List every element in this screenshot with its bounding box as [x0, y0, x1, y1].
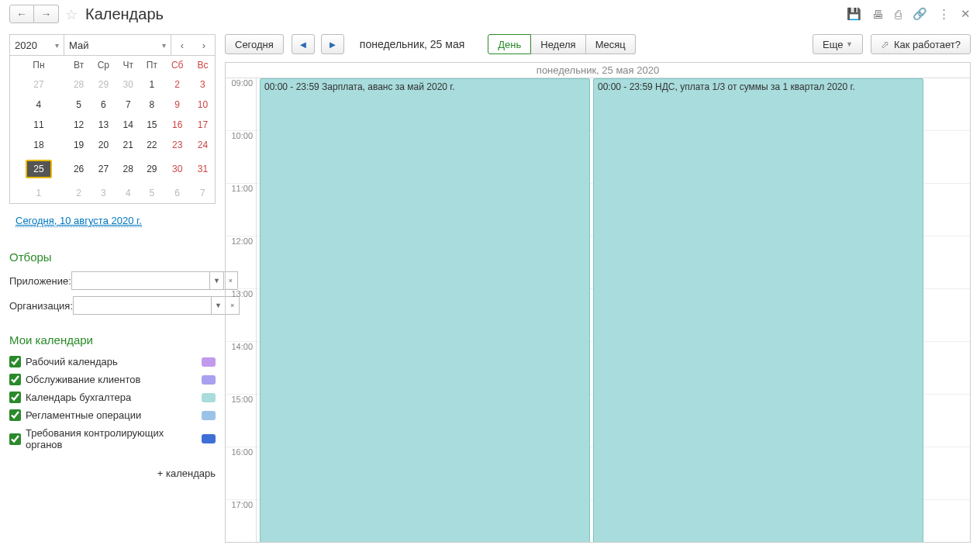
more-button[interactable]: Еще ▼	[813, 34, 863, 54]
calendar-day[interactable]: 28	[116, 155, 140, 183]
add-calendar-link[interactable]: + календарь	[9, 467, 216, 479]
back-button[interactable]: ←	[9, 5, 34, 23]
day-header: Ср	[90, 56, 116, 74]
calendar-day[interactable]: 20	[90, 135, 116, 155]
time-label: 10:00	[226, 131, 256, 184]
prev-month-button[interactable]: ‹	[171, 35, 193, 55]
calendar-day[interactable]: 1	[10, 183, 67, 203]
calendar-day[interactable]: 7	[191, 183, 215, 203]
close-icon[interactable]: ✕	[961, 7, 971, 21]
link-icon[interactable]: 🔗	[913, 7, 927, 21]
save-icon[interactable]: 💾	[847, 7, 861, 21]
star-icon[interactable]: ☆	[65, 6, 81, 22]
org-filter-combo[interactable]: ▼ ×	[73, 296, 240, 315]
calendar-day[interactable]: 6	[164, 183, 191, 203]
calendar-day[interactable]: 8	[140, 95, 164, 115]
calendar-day[interactable]: 6	[90, 95, 116, 115]
day-heading: понедельник, 25 мая 2020	[226, 63, 970, 78]
app-filter-dropdown[interactable]: ▼	[209, 272, 223, 289]
next-month-button[interactable]: ›	[193, 35, 215, 55]
calendar-day[interactable]: 11	[10, 115, 67, 135]
calendar-day[interactable]: 31	[191, 155, 215, 183]
time-label: 15:00	[226, 395, 256, 447]
color-chip	[202, 411, 216, 420]
view-month-button[interactable]: Месяц	[586, 34, 636, 54]
calendar-day[interactable]: 19	[67, 135, 91, 155]
forward-button[interactable]: →	[34, 5, 59, 23]
calendar-day[interactable]: 25	[10, 155, 67, 183]
preview-icon[interactable]: ⎙	[895, 8, 902, 21]
toolbar: Сегодня ◄ ► понедельник, 25 мая День Нед…	[225, 34, 971, 54]
calendar-checkbox[interactable]	[9, 356, 21, 367]
time-label: 13:00	[226, 289, 256, 342]
calendar-day[interactable]: 1	[140, 74, 164, 95]
calendar-event[interactable]: 00:00 - 23:59 Зарплата, аванс за май 202…	[260, 78, 590, 543]
calendar-day[interactable]: 16	[164, 115, 191, 135]
calendar-day[interactable]: 17	[191, 115, 215, 135]
view-week-button[interactable]: Неделя	[531, 34, 585, 54]
calendar-day[interactable]: 3	[90, 183, 116, 203]
color-chip	[202, 434, 216, 443]
app-filter-combo[interactable]: ▼ ×	[71, 271, 238, 290]
help-button[interactable]: ⬀Как работает?	[871, 34, 971, 54]
calendar-day[interactable]: 3	[191, 74, 215, 95]
org-filter-label: Организация:	[9, 300, 73, 312]
calendar-event[interactable]: 00:00 - 23:59 НДС, уплата 1/3 от суммы з…	[593, 78, 923, 543]
today-button[interactable]: Сегодня	[225, 34, 284, 54]
calendar-day[interactable]: 4	[116, 183, 140, 203]
calendar-day[interactable]: 29	[140, 155, 164, 183]
org-filter-input[interactable]	[74, 297, 211, 314]
today-link[interactable]: Сегодня, 10 августа 2020 г.	[16, 215, 142, 227]
calendar-day[interactable]: 23	[164, 135, 191, 155]
calendar-day[interactable]: 30	[164, 155, 191, 183]
calendar-checkbox[interactable]	[9, 392, 21, 403]
calendar-day[interactable]: 2	[164, 74, 191, 95]
view-day-button[interactable]: День	[488, 34, 531, 54]
calendar-day[interactable]: 22	[140, 135, 164, 155]
calendar-day[interactable]: 5	[67, 95, 91, 115]
calendar-day[interactable]: 27	[90, 155, 116, 183]
calendar-day[interactable]: 28	[67, 74, 91, 95]
calendar-item[interactable]: Рабочий календарь	[9, 353, 216, 371]
calendar-day[interactable]: 9	[164, 95, 191, 115]
calendar-day[interactable]: 26	[67, 155, 91, 183]
calendar-day[interactable]: 30	[116, 74, 140, 95]
calendar-day[interactable]: 7	[116, 95, 140, 115]
time-label: 11:00	[226, 184, 256, 236]
calendar-day[interactable]: 4	[10, 95, 67, 115]
more-icon[interactable]: ⋮	[938, 7, 950, 21]
color-chip	[202, 393, 216, 402]
calendar-checkbox[interactable]	[9, 433, 21, 445]
calendar-day[interactable]: 21	[116, 135, 140, 155]
app-filter-input[interactable]	[72, 272, 209, 289]
calendar-item[interactable]: Требования контролирующих органов	[9, 424, 216, 454]
print-icon[interactable]: 🖶	[872, 8, 884, 21]
calendar-day[interactable]: 15	[140, 115, 164, 135]
calendar-day[interactable]: 12	[67, 115, 91, 135]
mini-calendar[interactable]: ПнВтСрЧтПтСбВс27282930123456789101112131…	[9, 56, 216, 204]
calendar-view[interactable]: понедельник, 25 мая 2020 09:0010:0011:00…	[225, 62, 971, 543]
calendar-item[interactable]: Обслуживание клиентов	[9, 371, 216, 388]
calendar-label: Календарь бухгалтера	[26, 392, 202, 403]
calendar-day[interactable]: 14	[116, 115, 140, 135]
current-date-text: понедельник, 25 мая	[360, 38, 464, 50]
calendar-label: Требования контролирующих органов	[26, 427, 202, 450]
calendar-day[interactable]: 13	[90, 115, 116, 135]
calendar-day[interactable]: 24	[191, 135, 215, 155]
calendar-day[interactable]: 18	[10, 135, 67, 155]
calendar-day[interactable]: 29	[90, 74, 116, 95]
org-filter-dropdown[interactable]: ▼	[211, 297, 225, 314]
calendar-day[interactable]: 2	[67, 183, 91, 203]
calendar-item[interactable]: Регламентные операции	[9, 406, 216, 424]
calendar-label: Рабочий календарь	[26, 356, 202, 367]
prev-day-button[interactable]: ◄	[292, 34, 315, 54]
calendar-checkbox[interactable]	[9, 374, 21, 385]
calendar-checkbox[interactable]	[9, 409, 21, 421]
calendar-day[interactable]: 27	[10, 74, 67, 95]
year-selector[interactable]: 2020	[10, 35, 64, 55]
month-selector[interactable]: Май	[64, 35, 171, 55]
calendar-day[interactable]: 10	[191, 95, 215, 115]
next-day-button[interactable]: ►	[321, 34, 344, 54]
calendar-day[interactable]: 5	[140, 183, 164, 203]
calendar-item[interactable]: Календарь бухгалтера	[9, 388, 216, 406]
